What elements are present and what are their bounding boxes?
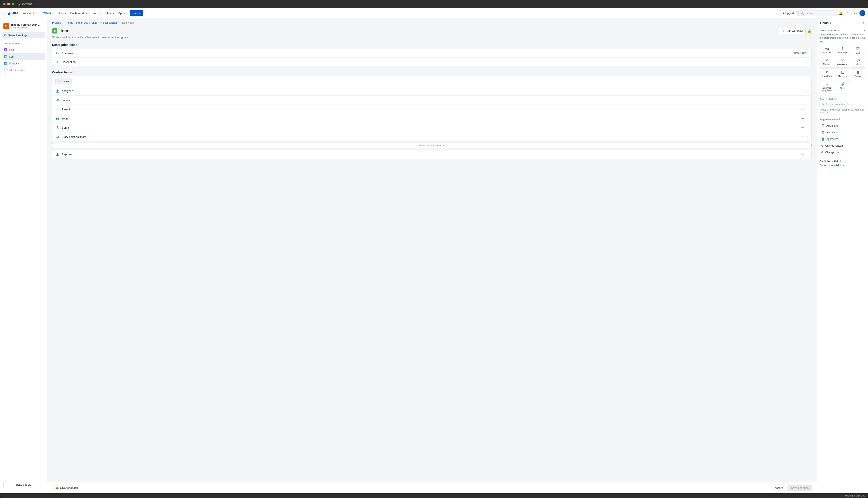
field-labels-name: Labels [62, 99, 798, 102]
panel-collapse-icon[interactable]: ▼ [863, 22, 865, 25]
reporter-more-button[interactable]: ··· [800, 152, 805, 157]
field-story-points[interactable]: 📊 Story point estimate ··· › [52, 132, 812, 141]
actual-end-icon: ⏰ [821, 124, 825, 127]
suggested-fields-label: Suggested fields ℹ [819, 118, 866, 121]
forward-button[interactable]: › [38, 2, 39, 6]
close-button[interactable] [3, 3, 5, 5]
invite-people-button[interactable]: Invite people [3, 481, 43, 488]
field-parent-name: Parent [62, 108, 798, 111]
edit-workflow-button[interactable]: ⚡ Edit workflow [779, 28, 806, 34]
field-type-labels[interactable]: 🏷 Labels [851, 57, 866, 68]
suggested-change-risk[interactable]: ⊖ Change risk [819, 149, 866, 155]
breadcrumb-project-settings[interactable]: Project settings [100, 21, 117, 24]
issue-types-section: Issue types [2, 41, 45, 45]
go-custom-fields-link[interactable]: Go to custom fields ↗ [819, 164, 866, 167]
nav-teams[interactable]: Teams ▾ [89, 10, 103, 16]
field-type-short-text[interactable]: Aa Short text [819, 45, 834, 56]
suggested-approvers[interactable]: 👤 Approvers [819, 136, 866, 142]
field-type-paragraph[interactable]: ¶ Paragraph [835, 45, 850, 56]
search-fields-section: Search all fields 🔍 Reuse 27 fields from… [817, 96, 868, 116]
nav-projects[interactable]: Projects ▾ [39, 10, 54, 16]
field-type-people[interactable]: 👤 People [851, 68, 866, 79]
change-risk-icon: ⊖ [821, 150, 824, 154]
top-nav: ⊞ Jira Your work ▾ Projects ▾ Filters ▾ … [0, 8, 868, 18]
save-changes-button: Save changes [788, 485, 812, 491]
search-fields-icon: 🔍 [821, 103, 825, 106]
field-type-number[interactable]: # Number [819, 57, 834, 68]
suggested-actual-start[interactable]: ⏰ Actual start [819, 129, 866, 135]
nav-dashboards[interactable]: Dashboards ▾ [68, 10, 89, 16]
create-field-expand-icon[interactable]: ▼ [863, 29, 866, 32]
labels-more-button[interactable]: ··· [800, 98, 805, 102]
create-button[interactable]: Create [130, 10, 143, 16]
field-assignee[interactable]: 👤 Assignee ··· › [52, 87, 812, 95]
nav-plans[interactable]: Plans ▾ [104, 10, 116, 16]
assignee-more-button[interactable]: ··· [800, 89, 805, 93]
subtask-icon: ◧ [4, 62, 7, 65]
parent-more-button[interactable]: ··· [800, 107, 805, 112]
story-points-icon: 📊 [55, 135, 60, 139]
nav-filters[interactable]: Filters ▾ [55, 10, 68, 16]
give-feedback-button[interactable]: 📣 Give feedback [52, 485, 81, 491]
context-info-icon[interactable]: ℹ [73, 70, 74, 74]
maximize-button[interactable] [12, 3, 14, 5]
field-type-url[interactable]: 🔗 URL [835, 80, 850, 93]
breadcrumb-projects[interactable]: Projects [52, 21, 61, 24]
create-field-header: CREATE A FIELD ▼ [819, 29, 866, 32]
search-fields-input-wrapper[interactable]: 🔍 [819, 102, 866, 107]
back-button[interactable]: ‹ [36, 2, 37, 6]
minimize-button[interactable] [7, 3, 10, 5]
bottom-actions: Discard Save changes [770, 485, 812, 491]
field-reporter[interactable]: 👤 Reporter ··· › [52, 150, 812, 159]
status-badge[interactable]: → Status [55, 79, 72, 84]
field-labels[interactable]: 🏷 Labels ··· › [52, 95, 812, 105]
bottom-bar: 📣 Give feedback Discard Save changes [47, 482, 817, 493]
settings-button[interactable]: ⚙ [852, 10, 859, 16]
sidebar-project-settings[interactable]: ⚙ Project settings [2, 32, 45, 38]
field-sprint[interactable]: 🏃 Sprint ··· › [52, 123, 812, 132]
project-details: iThome Ironman 2024 ... Software project [11, 23, 40, 29]
labels-icon: 🏷 [55, 98, 60, 102]
field-description[interactable]: ≡ Description › [52, 57, 812, 66]
help-button[interactable]: ? [845, 10, 851, 16]
grid-icon[interactable]: ⊞ [2, 11, 5, 15]
search-box[interactable]: 🔍 Search [799, 10, 837, 16]
sidebar-item-item[interactable]: ▣ Item [2, 53, 45, 60]
story-points-more-button[interactable]: ··· [800, 134, 805, 139]
fields-info-icon[interactable]: ℹ [830, 22, 831, 25]
field-type-date[interactable]: 📅 Date [851, 45, 866, 56]
team-more-button[interactable]: ··· [800, 116, 805, 121]
suggested-info-icon[interactable]: ℹ [839, 118, 840, 121]
search-fields-field[interactable] [826, 103, 864, 106]
jira-logo[interactable]: Jira [7, 11, 18, 15]
nav-your-work[interactable]: Your work ▾ [21, 10, 38, 16]
issue-types-label: Issue types [2, 41, 45, 45]
window-title: 🔒 私密瀏覽 [18, 2, 33, 6]
description-info-icon[interactable]: ℹ [78, 43, 79, 47]
field-team[interactable]: 👥 Team ··· › [52, 114, 812, 123]
sidebar-item-epic[interactable]: ⚡ Epic [2, 47, 45, 53]
lock-icon[interactable]: 🔒 [807, 29, 812, 33]
field-story-points-name: Story point estimate [62, 135, 798, 139]
breadcrumb-project-name[interactable]: iThome Ironman 2024 Team [65, 21, 97, 24]
suggested-change-reason[interactable]: ⊖ Change reason [819, 143, 866, 149]
notifications-button[interactable]: 🔔 [838, 10, 844, 16]
suggested-actual-end[interactable]: ⏰ Actual end [819, 123, 866, 129]
field-summary[interactable]: Aa Summary REQUIRED [52, 49, 812, 57]
field-status[interactable]: → Status [52, 76, 812, 87]
field-type-dropdown[interactable]: ▼ Dropdown [819, 68, 834, 79]
field-type-timestamp[interactable]: 🕐 Time stamp [835, 57, 850, 68]
nav-apps[interactable]: Apps ▾ [117, 10, 128, 16]
project-icon: iT [3, 23, 9, 29]
field-type-checkbox[interactable]: ☑ Checkbox [835, 68, 850, 79]
discard-button[interactable]: Discard [770, 485, 787, 491]
short-text-icon: Aa [825, 47, 829, 51]
add-issue-type-button[interactable]: + Add issue type [2, 67, 45, 73]
sidebar-item-subtask[interactable]: ◧ Subtask [2, 60, 45, 67]
sprint-more-button[interactable]: ··· [800, 125, 805, 130]
upgrade-button[interactable]: ✦ Upgrade [780, 10, 797, 16]
field-parent[interactable]: ≡ Parent ··· › [52, 105, 812, 114]
description-fields-label: Description fields [52, 43, 77, 47]
user-avatar[interactable]: YL [859, 10, 866, 16]
field-type-dependent-dropdown[interactable]: ⊞ Dependent dropdown [819, 80, 834, 93]
